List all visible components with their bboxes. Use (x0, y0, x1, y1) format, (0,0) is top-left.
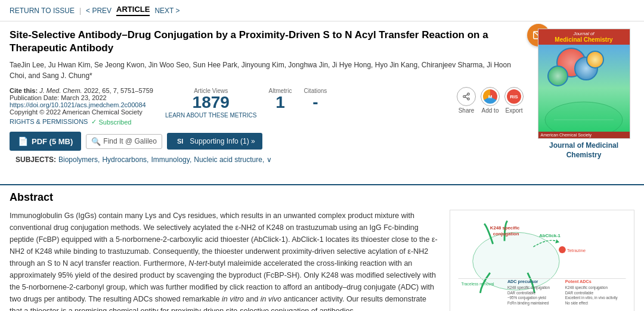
metrics-learn-link[interactable]: LEARN ABOUT THESE METRICS (165, 112, 257, 119)
cite-year: 2022, 65, 7, 5751–5759 (84, 87, 153, 94)
abstract-layout: Immunoglobulin Gs (IgGs) contain many Ly… (10, 210, 634, 311)
share-label: Share (459, 107, 475, 114)
article-views-value: 1879 (165, 94, 257, 111)
addto-button[interactable]: M (481, 87, 500, 106)
citations-metric: Citations - (304, 87, 327, 111)
abstract-title: Abstract (10, 191, 634, 204)
svg-text:AbClick-1: AbClick-1 (539, 233, 561, 238)
journal-full-title: Journal of Medicinal Chemistry (533, 141, 634, 160)
buttons-row: 📄 PDF (5 MB) 🔍 Find It @ Galileo SI Supp… (10, 132, 524, 164)
journal-cover-image[interactable]: Journal of Medicinal Chemistry American … (538, 29, 630, 139)
addto-group: M Add to (481, 87, 500, 114)
main-content: Site-Selective Antibody–Drug Conjugation… (0, 21, 644, 177)
journal-cover-bottom: American Chemical Society (538, 132, 630, 138)
export-label: Export (506, 107, 523, 114)
si-badge: SI (174, 137, 186, 145)
top-navigation: RETURN TO ISSUE | < PREV ARTICLE NEXT > (0, 0, 644, 21)
svg-text:FcRn binding maintained: FcRn binding maintained (507, 301, 549, 306)
molecule-art-3 (547, 66, 568, 86)
next-link[interactable]: NEXT > (154, 7, 179, 15)
svg-line-4 (465, 95, 467, 96)
svg-line-3 (465, 97, 467, 98)
return-to-issue-link[interactable]: RETURN TO ISSUE (10, 7, 75, 15)
rights-permissions-link[interactable]: RIGHTS & PERMISSIONS (10, 118, 88, 125)
altmetric-value: 1 (269, 94, 292, 111)
svg-text:DAR controllable: DAR controllable (507, 291, 536, 295)
share-group: Share (457, 87, 476, 114)
abstract-diagram-svg: AbClick-1 K248 specific conjugation Tetr… (456, 215, 628, 307)
svg-marker-9 (555, 240, 559, 244)
supporting-info-button[interactable]: SI Supporting Info (1) » (167, 133, 262, 150)
article-body: Site-Selective Antibody–Drug Conjugation… (10, 29, 524, 170)
article-views-metric: Article Views 1879 LEARN ABOUT THESE MET… (165, 87, 257, 119)
cite-prefix: Cite this: (10, 87, 38, 94)
citations-value: - (304, 94, 327, 111)
svg-text:Potent ADCs: Potent ADCs (565, 279, 592, 285)
altmetric-metric: Altmetric 1 (269, 87, 292, 111)
pub-date: March 23, 2022 (61, 94, 106, 101)
active-tab-article: ARTICLE (116, 5, 150, 16)
svg-point-0 (467, 93, 470, 95)
svg-point-13 (559, 247, 566, 254)
svg-text:ADC precursor: ADC precursor (507, 279, 538, 285)
ris-icon: RIS (507, 89, 521, 104)
pdf-button[interactable]: 📄 PDF (5 MB) (10, 132, 81, 151)
article-title: Site-Selective Antibody–Drug Conjugation… (10, 29, 524, 55)
pub-date-label: Publication Date: (10, 94, 59, 101)
nav-separator-1: | (79, 7, 81, 15)
svg-text:K248 specific: K248 specific (490, 225, 520, 231)
export-group: RIS Export (504, 87, 524, 114)
subjects-row: SUBJECTS: Biopolymers, Hydrocarbons, Imm… (16, 156, 272, 164)
metadata-row: Cite this: J. Med. Chem. 2022, 65, 7, 57… (10, 87, 524, 126)
metrics-block: Article Views 1879 LEARN ABOUT THESE MET… (165, 87, 327, 119)
check-icon: ✓ (91, 118, 97, 126)
doi-link[interactable]: https://doi.org/10.1021/acs.jmedchem.2c0… (10, 101, 146, 108)
svg-point-2 (467, 98, 470, 101)
journal-cover: Journal of Medicinal Chemistry American … (533, 29, 634, 170)
svg-text:conjugation: conjugation (493, 231, 519, 237)
svg-text:K248 specific conjugation: K248 specific conjugation (507, 285, 550, 290)
pdf-icon: 📄 (18, 136, 28, 146)
svg-point-6 (545, 102, 623, 132)
svg-text:K248 specific conjugation: K248 specific conjugation (565, 285, 608, 290)
prev-link[interactable]: < PREV (86, 7, 112, 15)
subject-nucleic-acid[interactable]: Nucleic acid structure, (194, 156, 264, 164)
copyright-text: Copyright © 2022 American Chemical Socie… (10, 108, 143, 116)
journal-of-label: Journal of (538, 31, 630, 36)
subject-immunology[interactable]: Immunology, (151, 156, 191, 164)
altmetric-icon: M (483, 89, 497, 104)
svg-text:Tetrazine: Tetrazine (567, 248, 586, 253)
addto-label: Add to (482, 107, 499, 114)
subjects-label: SUBJECTS: (16, 156, 56, 164)
subject-hydrocarbons[interactable]: Hydrocarbons, (102, 156, 148, 164)
findgale-button[interactable]: 🔍 Find It @ Galileo (86, 134, 162, 149)
article-authors: TaeJin Lee, Ju Hwan Kim, Se Jeong Kwon, … (10, 60, 524, 81)
subscribed-badge: ✓ Subscribed (91, 118, 131, 126)
section-divider (0, 184, 644, 185)
share-button[interactable] (457, 87, 476, 106)
journal-cover-header: Journal of Medicinal Chemistry (538, 29, 630, 45)
svg-text:No side effect: No side effect (565, 301, 589, 305)
cover-artwork (538, 45, 630, 132)
svg-text:Traceless removal: Traceless removal (461, 282, 494, 286)
abstract-figure: AbClick-1 K248 specific conjugation Tetr… (450, 210, 634, 311)
svg-text:DAR controllable: DAR controllable (565, 291, 594, 295)
svg-point-1 (463, 95, 466, 98)
cite-journal: J. Med. Chem. (39, 87, 82, 94)
molecule-art-4 (586, 51, 604, 69)
export-button[interactable]: RIS (504, 87, 524, 106)
subjects-more-button[interactable]: ∨ (267, 156, 272, 164)
abstract-section: Abstract Immunoglobulin Gs (IgGs) contai… (0, 191, 644, 311)
cite-block: Cite this: J. Med. Chem. 2022, 65, 7, 57… (10, 87, 153, 126)
svg-text:Excellent in vitro, in vivo ac: Excellent in vitro, in vivo activity (565, 296, 618, 301)
journal-name-label: Medicinal Chemistry (538, 36, 630, 43)
subject-biopolymers[interactable]: Biopolymers, (58, 156, 100, 164)
svg-text:~95% conjugation yield: ~95% conjugation yield (507, 296, 546, 301)
action-icons: Share M Add to RIS Export (457, 87, 524, 114)
cover-bottom-text: American Chemical Society (541, 133, 627, 137)
abstract-text: Immunoglobulin Gs (IgGs) contain many Ly… (10, 210, 440, 311)
findgale-icon: 🔍 (91, 137, 101, 146)
